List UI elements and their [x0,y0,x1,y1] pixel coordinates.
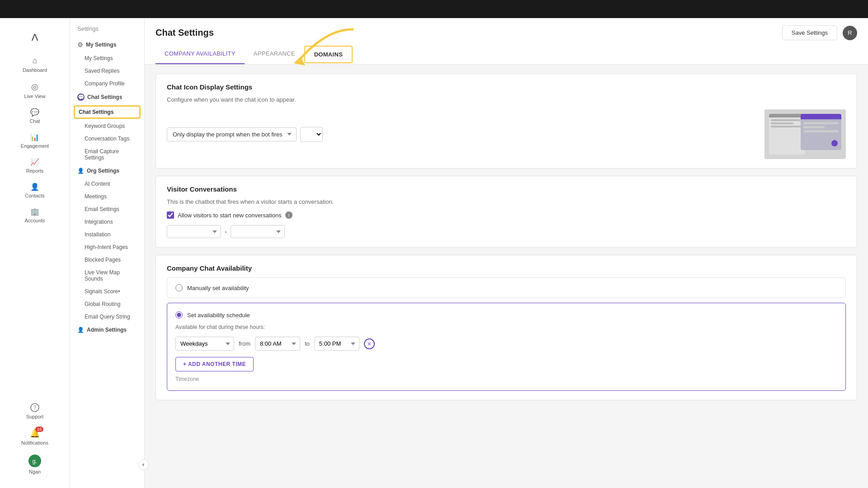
sidebar-item-email-settings[interactable]: Email Settings [70,203,144,216]
page-header: Chat Settings Save Settings R COMPANY AV… [145,18,868,65]
collapse-sidebar-button[interactable]: ‹ [138,459,149,470]
remove-time-button[interactable]: × [364,338,375,349]
chat-icon-mini-select[interactable] [300,127,323,142]
sidebar-item-keyword-groups[interactable]: Keyword Groups [70,120,144,132]
sidebar-item-reports[interactable]: 📈 Reports [0,153,70,178]
admin-settings-icon: 👤 [77,327,84,333]
from-label: from [239,340,250,347]
sidebar-item-engagement[interactable]: 📊 Engagement [0,128,70,153]
settings-section-chat[interactable]: 💬 Chat Settings [70,90,144,104]
schedule-option: Set availability schedule Available for … [167,303,846,391]
accounts-icon: 🏢 [30,207,39,216]
manually-set-option[interactable]: Manually set availability [167,277,846,298]
contacts-icon: 👤 [30,183,39,191]
sidebar-item-liveview-map-sounds[interactable]: Live View Map Sounds [70,266,144,285]
sidebar-item-dashboard[interactable]: ⌂ Dashboard [0,52,70,77]
chat-icon-display-select[interactable]: Only display the prompt when the bot fir… [167,127,297,141]
schedule-time-row: Weekdays Weekends Every Day Monday Tuesd… [175,337,837,351]
settings-sidebar: Settings ⚙ My Settings My Settings Saved… [70,18,145,488]
logo[interactable]: Λ [0,27,70,48]
sidebar-item-installation[interactable]: Installation [70,228,144,241]
schedule-desc: Available for chat during these hours: [175,324,837,330]
company-availability-section: Company Chat Availability Manually set a… [156,255,857,400]
page-title: Chat Settings [156,28,214,38]
add-another-time-button[interactable]: + ADD ANOTHER TIME [175,357,254,371]
sidebar-item-global-routing[interactable]: Global Routing [70,298,144,310]
visitor-conv-title: Visitor Conversations [167,185,846,193]
schedule-label: Set availability schedule [187,312,250,319]
settings-section-admin[interactable]: 👤 Admin Settings [70,323,144,337]
liveview-icon: ◎ [31,82,38,92]
engagement-icon: 📊 [30,133,39,141]
sidebar-item-email-capture[interactable]: Email Capture Settings [70,145,144,164]
allow-visitors-row: Allow visitors to start new conversation… [167,211,846,219]
dashboard-icon: ⌂ [33,56,38,66]
visitor-bot-select-row: - [167,225,846,238]
tab-appearance[interactable]: APPEARANCE [245,46,304,64]
header-avatar: R [843,26,857,40]
sidebar-item-notifications[interactable]: 🔔 16 Notifications [0,424,70,450]
sidebar-item-ai-content[interactable]: AI Content [70,178,144,190]
visitor-bot-sub-select[interactable] [231,225,285,238]
tab-domains[interactable]: DOMAINS [304,46,353,63]
settings-section-org[interactable]: 👤 Org Settings [70,164,144,178]
settings-section-my-settings[interactable]: ⚙ My Settings [70,38,144,52]
chat-icon-display-section: Chat Icon Display Settings Configure whe… [156,74,857,169]
schedule-radio[interactable] [175,311,183,319]
sidebar-item-meetings[interactable]: Meetings [70,190,144,203]
support-icon: ? [30,403,39,412]
info-icon[interactable]: i [285,211,292,219]
to-label: to [305,340,310,347]
sidebar-item-chat-settings[interactable]: Chat Settings [74,105,141,119]
allow-visitors-label: Allow visitors to start new conversation… [178,212,282,219]
manually-set-radio[interactable] [175,284,183,291]
from-time-select[interactable]: 8:00 AM 9:00 AM 10:00 AM [255,337,300,351]
notifications-icon: 🔔 16 [30,428,40,438]
chat-icon: 💬 [30,108,39,117]
chat-icon-desc: Configure when you want the chat icon to… [167,96,846,103]
sidebar-item-company-profile[interactable]: Company Profile [70,77,144,90]
tabs: COMPANY AVAILABILITY APPEARANCE DOMAINS [156,46,857,64]
chat-icon-title: Chat Icon Display Settings [167,83,846,91]
sidebar-item-integrations[interactable]: Integrations [70,216,144,228]
manually-set-label: Manually set availability [187,285,249,291]
chat-settings-icon: 💬 [77,94,85,101]
top-bar [0,0,868,18]
sidebar-item-accounts[interactable]: 🏢 Accounts [0,203,70,228]
sidebar-item-email-query[interactable]: Email Query String [70,310,144,323]
day-select[interactable]: Weekdays Weekends Every Day Monday Tuesd… [175,337,234,351]
sidebar-item-high-intent[interactable]: High-Intent Pages [70,241,144,253]
sidebar-item-contacts[interactable]: 👤 Contacts [0,178,70,203]
visitor-bot-select[interactable] [167,225,221,238]
to-time-select[interactable]: 5:00 PM 6:00 PM 4:00 PM [314,337,359,351]
sidebar-item-my-settings[interactable]: My Settings [70,52,144,65]
sidebar-item-chat[interactable]: 💬 Chat [0,103,70,128]
save-settings-button[interactable]: Save Settings [782,25,837,40]
org-settings-icon: 👤 [77,168,84,174]
sidebar-item-conversation-tags[interactable]: Conversation Tags [70,132,144,145]
sidebar-item-blocked-pages[interactable]: Blocked Pages [70,253,144,266]
tab-company-availability[interactable]: COMPANY AVAILABILITY [156,46,245,64]
sidebar-item-liveview[interactable]: ◎ Live View [0,77,70,103]
sidebar-item-signals-score[interactable]: Signals Score• [70,285,144,298]
icon-nav: Λ ⌂ Dashboard ◎ Live View 💬 Chat 📊 Engag… [0,0,70,488]
timezone-label: Timezone [175,376,837,382]
sidebar-item-saved-replies[interactable]: Saved Replies [70,65,144,77]
minus-separator: - [223,228,229,236]
settings-title: Settings [70,25,144,38]
allow-visitors-checkbox[interactable] [167,211,174,219]
sidebar-item-support[interactable]: ? Support [0,399,70,424]
preview-inner [801,114,841,150]
avatar: g. [28,455,41,467]
content-area: Chat Icon Display Settings Configure whe… [145,65,868,409]
reports-icon: 📈 [30,158,39,166]
availability-title: Company Chat Availability [167,264,846,272]
my-settings-icon: ⚙ [77,41,83,48]
visitor-conv-desc: This is the chatbot that fires when a vi… [167,198,846,205]
chat-icon-preview [764,109,846,159]
main-content: Chat Settings Save Settings R COMPANY AV… [145,18,868,488]
sidebar-item-user[interactable]: g. Ngan [0,450,70,479]
visitor-conversations-section: Visitor Conversations This is the chatbo… [156,176,857,248]
